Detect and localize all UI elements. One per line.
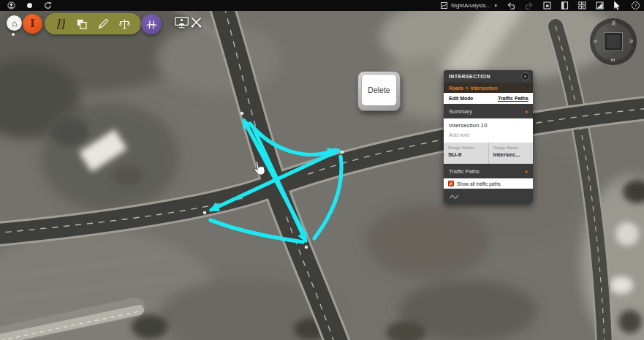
app-window: SightAnalysis... ▾ <box>0 0 644 340</box>
road-tools-group <box>45 13 141 34</box>
summary-label: Summary <box>449 108 524 115</box>
panel-footer <box>444 189 533 204</box>
design-standard-value: Intersec... <box>493 151 529 158</box>
side-panel-layout-icon[interactable] <box>561 1 569 10</box>
breadcrumb: Roads > Intersection <box>444 83 533 93</box>
crossed-tools-icon[interactable] <box>191 17 202 28</box>
panel-header[interactable]: INTERSECTION × <box>444 70 533 83</box>
show-all-paths-label: Show all traffic paths <box>457 181 501 186</box>
edit-mode-label: Edit Mode <box>449 96 498 101</box>
breadcrumb-separator-icon: > <box>466 86 469 91</box>
user-account-icon[interactable] <box>7 1 15 10</box>
top-menubar: SightAnalysis... ▾ <box>0 0 644 11</box>
add-note-field[interactable]: Add note <box>449 132 528 137</box>
traffic-paths-label: Traffic Paths <box>449 168 524 175</box>
status-dot-icon[interactable] <box>27 3 32 8</box>
home-icon: ⌂ <box>12 18 17 29</box>
delete-key-hint: Delete <box>357 71 401 111</box>
design-vehicle-value: SU-9 <box>448 151 484 158</box>
undo-icon[interactable] <box>507 1 515 10</box>
checkbox-checked-icon[interactable]: ✓ <box>448 181 454 186</box>
design-vehicle-label: Design Vehicle <box>448 146 484 150</box>
mouse-cursor-icon <box>613 1 622 11</box>
design-standard-label: Design Stand... <box>493 146 529 150</box>
intersection-name[interactable]: Intersection 10 <box>449 122 528 129</box>
traffic-paths-section-header[interactable]: Traffic Paths ▲ <box>444 164 533 178</box>
view-cube[interactable] <box>604 32 623 51</box>
close-icon[interactable]: × <box>521 72 529 80</box>
breadcrumb-roads[interactable]: Roads <box>449 86 463 91</box>
compass-east-label[interactable]: E <box>610 58 615 62</box>
split-view-icon[interactable] <box>596 1 604 10</box>
edit-mode-value[interactable]: Traffic Paths <box>498 96 529 101</box>
zoom-extents-icon[interactable] <box>543 1 551 10</box>
help-icon[interactable]: ? <box>632 1 640 10</box>
chevron-up-icon[interactable]: ▲ <box>524 169 529 173</box>
compass-west-label[interactable]: W <box>611 20 616 26</box>
view-compass[interactable]: N E S W <box>590 18 637 65</box>
home-button[interactable]: ⌂ <box>7 15 22 31</box>
sync-icon[interactable] <box>44 1 52 10</box>
summary-stats: Design Vehicle SU-9 Design Stand... Inte… <box>444 143 533 164</box>
edit-mode-row: Edit Mode Traffic Paths <box>444 93 533 104</box>
summary-body: Intersection 10 Add note <box>444 118 533 143</box>
summary-section-header[interactable]: Summary ▲ <box>444 104 533 118</box>
panel-title: INTERSECTION <box>449 74 521 79</box>
copy-tool-icon[interactable] <box>77 19 87 29</box>
compass-north-label[interactable]: N <box>629 39 634 43</box>
profile-curves-icon <box>146 19 157 30</box>
redo-icon[interactable] <box>525 1 534 10</box>
analysis-tool-button[interactable] <box>141 14 162 34</box>
compass-south-label[interactable]: S <box>593 39 598 43</box>
design-standard-stat[interactable]: Design Stand... Intersec... <box>488 143 534 164</box>
home-indicator-dot <box>12 33 15 36</box>
show-all-paths-row[interactable]: ✓ Show all traffic paths <box>444 178 533 189</box>
map-canvas[interactable] <box>0 0 644 340</box>
ibeam-icon: I <box>30 18 35 29</box>
edit-pencil-icon[interactable] <box>98 18 109 29</box>
delete-key-label: Delete <box>361 74 397 106</box>
grid-layout-icon[interactable] <box>578 1 586 10</box>
app-switcher-label: SightAnalysis... <box>451 2 491 9</box>
road-tool-icon[interactable] <box>56 18 67 30</box>
app-switcher[interactable]: SightAnalysis... ▾ <box>441 2 497 9</box>
path-squiggle-icon[interactable] <box>450 192 459 200</box>
chevron-up-icon[interactable]: ▲ <box>524 109 529 113</box>
intersection-panel: INTERSECTION × Roads > Intersection Edit… <box>444 70 533 204</box>
design-vehicle-stat[interactable]: Design Vehicle SU-9 <box>444 143 488 164</box>
app-icon <box>441 2 447 9</box>
breadcrumb-intersection[interactable]: Intersection <box>471 86 498 91</box>
present-screen-icon[interactable] <box>175 17 189 29</box>
scale-balance-icon[interactable] <box>119 19 130 29</box>
structures-tool-button[interactable]: I <box>23 14 42 34</box>
chevron-down-icon: ▾ <box>494 3 497 9</box>
